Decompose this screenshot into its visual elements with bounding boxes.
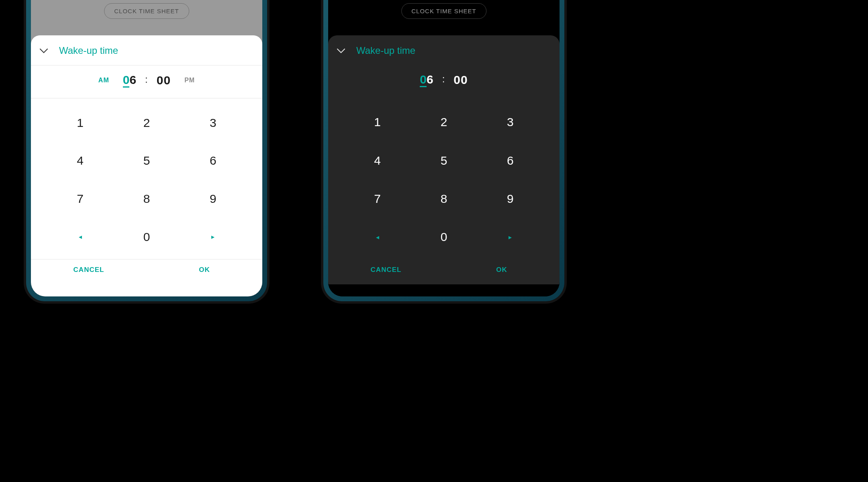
hour-next-digit: 6 (427, 73, 433, 87)
key-7[interactable]: 7 (344, 180, 411, 218)
sheet-title: Wake-up time (59, 45, 118, 56)
ok-button[interactable]: OK (444, 266, 560, 274)
cancel-button[interactable]: CANCEL (31, 266, 147, 274)
key-7[interactable]: 7 (47, 180, 113, 218)
chevron-down-icon[interactable] (40, 45, 48, 56)
time-display-row: 06 : 00 (328, 65, 560, 98)
numeric-keypad: 1 2 3 4 5 6 7 8 9 ◂ 0 ▸ (31, 98, 262, 259)
cursor-right-icon[interactable]: ▸ (477, 218, 543, 256)
key-5[interactable]: 5 (411, 141, 477, 180)
key-5[interactable]: 5 (113, 142, 180, 180)
time-display[interactable]: 06 : 00 (123, 74, 171, 88)
key-2[interactable]: 2 (113, 104, 180, 142)
sheet-footer: CANCEL OK (31, 259, 262, 284)
cursor-left-icon[interactable]: ◂ (47, 218, 113, 256)
key-3[interactable]: 3 (180, 104, 246, 142)
key-4[interactable]: 4 (47, 142, 113, 180)
hours-field[interactable]: 06 (420, 73, 433, 87)
key-8[interactable]: 8 (113, 180, 180, 218)
hour-cursor-digit: 0 (123, 74, 130, 88)
key-2[interactable]: 2 (411, 103, 477, 141)
time-picker-sheet-dark: Wake-up time 06 : 00 1 2 3 4 5 6 7 (328, 35, 560, 284)
time-colon: : (145, 74, 148, 85)
sheet-footer: CANCEL OK (328, 259, 560, 284)
hours-field[interactable]: 06 (123, 74, 136, 88)
minutes-field[interactable]: 00 (453, 73, 468, 87)
am-toggle[interactable]: AM (98, 77, 109, 84)
key-1[interactable]: 1 (344, 103, 411, 141)
phone-screen-dark: CLOCK TIME SHEET Wake-up time 06 : 00 1 (328, 0, 560, 296)
key-4[interactable]: 4 (344, 141, 411, 180)
hour-next-digit: 6 (129, 74, 136, 88)
clock-time-sheet-chip[interactable]: CLOCK TIME SHEET (401, 3, 486, 19)
hour-cursor-digit: 0 (420, 73, 427, 87)
key-6[interactable]: 6 (477, 141, 543, 180)
cancel-button[interactable]: CANCEL (328, 266, 444, 274)
time-colon: : (442, 74, 445, 85)
key-3[interactable]: 3 (477, 103, 543, 141)
key-0[interactable]: 0 (113, 218, 180, 256)
key-0[interactable]: 0 (411, 218, 477, 256)
key-6[interactable]: 6 (180, 142, 246, 180)
sheet-header: Wake-up time (31, 35, 262, 65)
time-display-row: AM 06 : 00 PM (31, 65, 262, 98)
sheet-title: Wake-up time (356, 45, 415, 56)
numeric-keypad: 1 2 3 4 5 6 7 8 9 ◂ 0 ▸ (328, 98, 560, 260)
key-9[interactable]: 9 (180, 180, 246, 218)
phone-frame-light: CLOCK TIME SHEET Wake-up time AM 06 : 00… (26, 0, 267, 301)
cursor-left-icon[interactable]: ◂ (344, 218, 411, 256)
key-8[interactable]: 8 (411, 180, 477, 218)
sheet-header: Wake-up time (328, 35, 560, 65)
key-1[interactable]: 1 (47, 104, 113, 142)
clock-time-sheet-chip[interactable]: CLOCK TIME SHEET (104, 3, 189, 19)
phone-frame-dark: CLOCK TIME SHEET Wake-up time 06 : 00 1 (323, 0, 564, 301)
cursor-right-icon[interactable]: ▸ (180, 218, 246, 256)
time-picker-sheet-light: Wake-up time AM 06 : 00 PM 1 2 3 4 5 (31, 35, 262, 284)
time-display[interactable]: 06 : 00 (420, 73, 468, 87)
chevron-down-icon[interactable] (337, 45, 345, 56)
key-9[interactable]: 9 (477, 180, 543, 218)
nav-bar (328, 284, 560, 296)
pm-toggle[interactable]: PM (184, 77, 195, 84)
ok-button[interactable]: OK (147, 266, 262, 274)
phone-screen-light: CLOCK TIME SHEET Wake-up time AM 06 : 00… (31, 0, 262, 296)
nav-bar (31, 284, 262, 296)
minutes-field[interactable]: 00 (157, 74, 171, 87)
